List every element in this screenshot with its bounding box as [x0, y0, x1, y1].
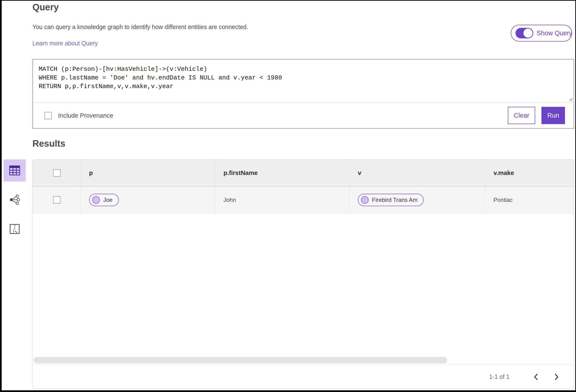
- select-all-cell: [33, 160, 81, 186]
- include-provenance-label: Include Provenance: [58, 112, 113, 119]
- column-header-p[interactable]: p: [81, 160, 215, 186]
- query-panel: MATCH (p:Person)-[hv:HasVehicle]->(v:Veh…: [32, 59, 574, 129]
- clear-button[interactable]: Clear: [508, 107, 535, 124]
- link-chart-icon: [9, 195, 20, 205]
- show-query-toggle[interactable]: Show Query: [511, 25, 572, 41]
- next-page-button[interactable]: [552, 372, 561, 382]
- prev-page-button[interactable]: [531, 372, 541, 382]
- cell-p: Joe: [81, 186, 215, 213]
- resize-handle-icon[interactable]: [568, 96, 573, 101]
- page-description: You can query a knowledge graph to ident…: [32, 24, 248, 30]
- select-all-checkbox[interactable]: [53, 169, 60, 177]
- column-header-v-make[interactable]: v.make: [485, 160, 574, 186]
- entity-pill[interactable]: Firebird Trans Am: [358, 194, 424, 206]
- toggle-knob: [523, 29, 533, 38]
- table-row: Joe John Firebird Trans Am Pontiac: [33, 186, 574, 213]
- horizontal-scrollbar[interactable]: [34, 357, 447, 363]
- cell-p-firstname: John: [215, 186, 349, 213]
- column-header-v[interactable]: v: [349, 160, 485, 186]
- row-select-cell: [33, 186, 81, 213]
- app-window: Query You can query a knowledge graph to…: [0, 0, 576, 392]
- chevron-left-icon: [533, 373, 539, 381]
- pagination-bar: 1-1 of 1: [33, 365, 574, 389]
- results-view-switcher: [4, 159, 27, 240]
- run-button[interactable]: Run: [542, 107, 565, 124]
- pagination-range-label: 1-1 of 1: [489, 373, 510, 380]
- query-textarea-wrap: MATCH (p:Person)-[hv:HasVehicle]->(v:Veh…: [33, 60, 574, 103]
- row-checkbox[interactable]: [53, 196, 60, 204]
- include-provenance-checkbox[interactable]: [44, 112, 52, 119]
- table-header-row: p p.firstName v v.make: [33, 160, 574, 186]
- cell-v-make: Pontiac: [485, 186, 574, 213]
- show-query-label: Show Query: [537, 30, 572, 37]
- results-title: Results: [32, 139, 65, 149]
- query-input[interactable]: MATCH (p:Person)-[hv:HasVehicle]->(v:Veh…: [33, 60, 574, 102]
- toggle-on-icon[interactable]: [516, 28, 533, 38]
- table-icon: [9, 165, 20, 176]
- column-header-p-firstname[interactable]: p.firstName: [215, 160, 349, 186]
- tab-table-view[interactable]: [4, 159, 26, 181]
- entity-icon: [92, 196, 100, 204]
- query-footer: Include Provenance Clear Run: [33, 103, 574, 128]
- map-icon: [9, 224, 20, 234]
- entity-icon: [361, 196, 369, 204]
- tab-link-chart-view[interactable]: [4, 189, 26, 211]
- cell-v: Firebird Trans Am: [349, 186, 485, 213]
- learn-more-link[interactable]: Learn more about Query: [32, 40, 98, 47]
- page-title: Query: [32, 2, 59, 12]
- tab-map-view[interactable]: [4, 218, 26, 240]
- entity-pill[interactable]: Joe: [89, 194, 119, 206]
- results-panel: p p.firstName v v.make Joe: [32, 159, 574, 389]
- chevron-right-icon: [554, 373, 559, 381]
